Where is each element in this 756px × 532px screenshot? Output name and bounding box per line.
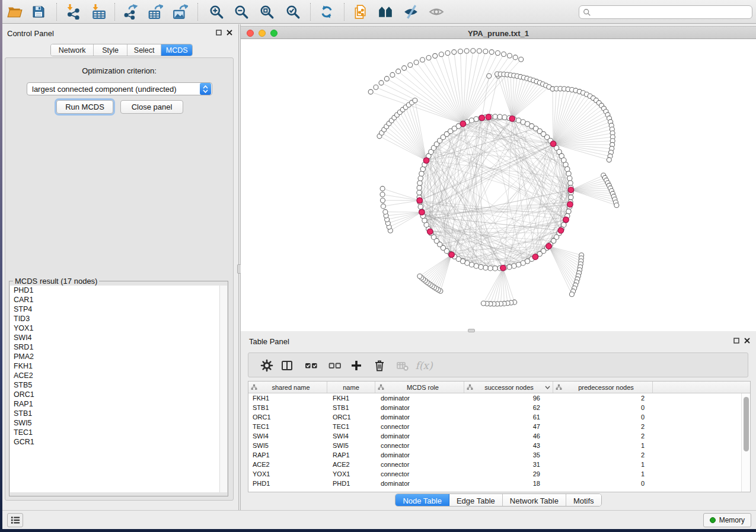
node-table-body: FKH1FKH1dominator962STB1STB1dominator620… xyxy=(248,393,750,488)
mcds-result-item[interactable]: STB1 xyxy=(10,409,227,418)
table-row[interactable]: FKH1FKH1dominator962 xyxy=(248,393,750,403)
zoom-in-icon[interactable] xyxy=(208,4,225,20)
zoom-selected-icon[interactable] xyxy=(284,4,302,20)
delete-column-icon[interactable] xyxy=(371,358,388,373)
settings-gear-icon[interactable] xyxy=(259,358,275,373)
mcds-result-item[interactable]: STP4 xyxy=(10,305,227,314)
table-cell: FKH1 xyxy=(327,395,375,402)
navigator-icon[interactable] xyxy=(377,4,394,20)
table-row[interactable]: TEC1TEC1connector472 xyxy=(248,422,750,431)
table-cell: RAP1 xyxy=(327,451,375,459)
hide-details-icon[interactable] xyxy=(402,4,420,20)
zoom-out-icon[interactable] xyxy=(232,4,250,20)
table-cell: 61 xyxy=(464,414,553,421)
table-row[interactable]: RAP1RAP1dominator352 xyxy=(248,450,750,460)
close-panel-icon[interactable] xyxy=(744,338,750,344)
show-columns-icon[interactable] xyxy=(279,358,295,373)
scrollbar-thumb[interactable] xyxy=(744,397,749,451)
float-panel-icon[interactable] xyxy=(216,30,222,36)
memory-button[interactable]: Memory xyxy=(703,513,751,527)
table-row[interactable]: YOX1YOX1connector291 xyxy=(248,469,750,479)
network-canvas[interactable] xyxy=(241,39,756,332)
search-field[interactable] xyxy=(579,5,752,19)
table-cell: 0 xyxy=(553,404,653,411)
table-cell: SWI4 xyxy=(248,432,327,440)
add-column-icon[interactable] xyxy=(348,358,365,373)
mcds-result-item[interactable]: PMA2 xyxy=(10,352,227,361)
close-panel-icon[interactable] xyxy=(227,30,232,36)
close-panel-button[interactable]: Close panel xyxy=(120,100,183,114)
search-input[interactable] xyxy=(594,8,752,17)
splitter-grip[interactable] xyxy=(468,329,475,332)
copy-network-icon[interactable] xyxy=(351,4,369,20)
select-stepper-icon xyxy=(200,83,211,95)
mcds-result-item[interactable]: ACE2 xyxy=(10,371,227,380)
mcds-result-item[interactable]: SRD1 xyxy=(10,342,227,352)
column-header-name[interactable]: name xyxy=(327,382,375,393)
export-table-icon[interactable] xyxy=(146,4,164,20)
table-scrollbar[interactable] xyxy=(741,393,750,492)
table-row[interactable]: SWI4SWI4dominator462 xyxy=(248,431,750,441)
table-cell: connector xyxy=(375,423,464,430)
memory-label: Memory xyxy=(719,516,745,524)
select-value: largest connected component (undirected) xyxy=(27,85,199,94)
mcds-result-item[interactable]: YOX1 xyxy=(10,323,227,333)
run-mcds-button[interactable]: Run MCDS xyxy=(56,100,113,114)
table-cell: dominator xyxy=(375,432,464,440)
tab-edge-table[interactable]: Edge Table xyxy=(449,494,503,507)
column-header-predecessor-nodes[interactable]: predecessor nodes xyxy=(553,382,653,393)
open-file-icon[interactable] xyxy=(6,4,24,20)
table-cell: 46 xyxy=(464,432,553,440)
mcds-result-item[interactable]: STB5 xyxy=(10,380,227,390)
node-table: shared name name MCDS role successor nod… xyxy=(248,381,751,492)
mcds-result-item[interactable]: SWI5 xyxy=(10,418,227,428)
optimization-criterion-select[interactable]: largest connected component (undirected) xyxy=(27,82,212,95)
tab-select[interactable]: Select xyxy=(127,44,162,56)
tab-style[interactable]: Style xyxy=(94,44,127,56)
table-panel-title: Table Panel xyxy=(249,337,289,346)
table-row[interactable]: SWI5SWI5connector431 xyxy=(248,441,750,450)
mcds-result-list[interactable]: PHD1CAR1STP4TID3YOX1SWI4SRD1PMA2FKH1ACE2… xyxy=(10,286,227,492)
mcds-result-item[interactable]: TID3 xyxy=(10,314,227,323)
tab-network-table[interactable]: Network Table xyxy=(503,494,566,507)
mcds-result-item[interactable]: RAP1 xyxy=(10,399,227,409)
mcds-result-item[interactable]: CAR1 xyxy=(10,295,227,305)
task-history-button[interactable] xyxy=(7,513,23,527)
mcds-list-scrollbar[interactable] xyxy=(219,286,227,492)
network-window-titlebar[interactable]: YPA_prune.txt_1 xyxy=(241,26,756,39)
refresh-icon[interactable] xyxy=(318,4,336,20)
mcds-result-item[interactable]: GCR1 xyxy=(10,437,227,447)
tab-network[interactable]: Network xyxy=(51,44,94,56)
column-header-shared-name[interactable]: shared name xyxy=(248,382,327,393)
table-row[interactable]: ACE2ACE2connector311 xyxy=(248,460,750,469)
import-table-icon[interactable] xyxy=(90,4,107,20)
mcds-result-item[interactable]: TEC1 xyxy=(10,428,227,437)
tab-mcds[interactable]: MCDS xyxy=(161,44,192,56)
table-cell: 2 xyxy=(553,451,653,459)
mcds-result-item[interactable]: FKH1 xyxy=(10,361,227,371)
table-row[interactable]: PHD1PHD1dominator180 xyxy=(248,479,750,488)
zoom-fit-icon[interactable] xyxy=(258,4,276,20)
mcds-tab-content: Optimization criterion: largest connecte… xyxy=(5,57,234,501)
table-cell: dominator xyxy=(375,480,464,487)
table-row[interactable]: STB1STB1dominator620 xyxy=(248,403,750,412)
export-image-icon[interactable] xyxy=(171,4,189,20)
mcds-result-item[interactable]: ORC1 xyxy=(10,390,227,399)
tab-node-table[interactable]: Node Table xyxy=(395,494,449,507)
deselect-all-icon[interactable] xyxy=(327,358,343,373)
table-cell: 2 xyxy=(553,395,653,402)
show-details-icon[interactable] xyxy=(428,4,445,20)
import-network-icon[interactable] xyxy=(64,4,82,20)
mcds-result-item[interactable]: SWI4 xyxy=(10,333,227,342)
float-panel-icon[interactable] xyxy=(733,338,739,344)
column-header-mcds-role[interactable]: MCDS role xyxy=(375,382,464,393)
tab-motifs[interactable]: Motifs xyxy=(566,494,601,507)
column-header-successor-nodes[interactable]: successor nodes xyxy=(464,382,553,393)
table-row[interactable]: ORC1ORC1dominator610 xyxy=(248,412,750,422)
export-network-icon[interactable] xyxy=(122,4,139,20)
network-graph[interactable] xyxy=(241,39,756,332)
select-all-icon[interactable] xyxy=(303,358,320,373)
save-session-icon[interactable] xyxy=(30,4,47,20)
toolbar-separator xyxy=(56,3,57,21)
mcds-result-item[interactable]: PHD1 xyxy=(10,286,227,295)
